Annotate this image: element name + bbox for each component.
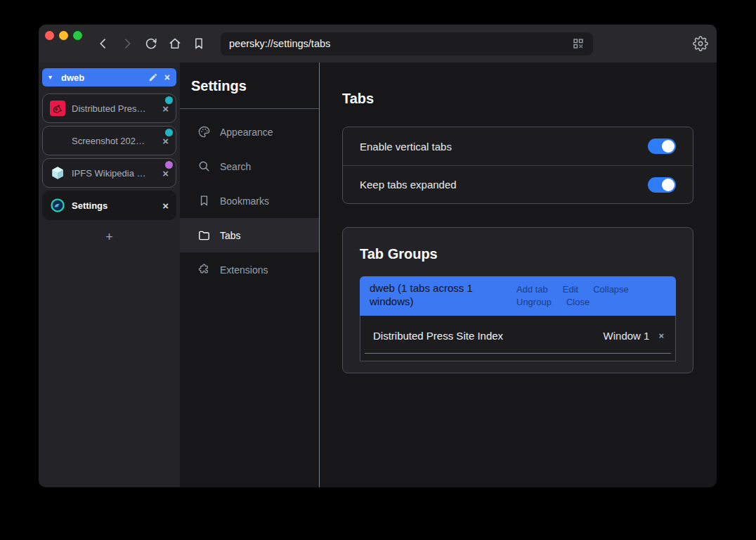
tab-group-name: dweb <box>61 72 148 83</box>
close-tab-button[interactable]: × <box>162 168 169 179</box>
collapse-group-button[interactable]: Collapse <box>593 284 629 295</box>
edit-group-button[interactable]: Edit <box>563 284 578 295</box>
tab-title: Settings <box>72 200 158 211</box>
tab-group-box: dweb (1 tabs across 1 windows) Add tab E… <box>360 276 676 361</box>
setting-row-vertical-tabs: Enable vertical tabs <box>343 127 693 165</box>
nav-item-tabs[interactable]: Tabs <box>180 218 319 252</box>
puzzle-icon <box>197 263 211 276</box>
forward-button[interactable] <box>117 33 138 54</box>
reload-icon <box>144 37 158 51</box>
toolbar: peersky://settings/tabs <box>39 25 717 63</box>
nav-item-label: Extensions <box>220 264 268 276</box>
tab-settings-card: Enable vertical tabs Keep tabs expanded <box>342 127 693 204</box>
close-tab-button[interactable]: × <box>162 136 169 146</box>
close-group-button[interactable]: Close <box>566 297 589 307</box>
bookmark-page-button[interactable] <box>188 33 209 54</box>
attention-dot <box>165 96 173 104</box>
qr-scan-icon <box>572 37 585 50</box>
tab-title: IPFS Wikipedia … <box>72 168 158 179</box>
vertical-tabs-toggle[interactable] <box>648 139 676 154</box>
group-tab-title: Distributed Press Site Index <box>373 330 604 342</box>
toggle-knob <box>662 140 674 153</box>
group-tab-row: Distributed Press Site Index Window 1 × <box>360 316 675 353</box>
search-icon <box>197 160 211 173</box>
tab-group-header-dweb[interactable]: ▾ dweb × <box>42 68 176 86</box>
sidebar-tab-settings[interactable]: Settings × <box>42 191 176 220</box>
ungroup-button[interactable]: Ungroup <box>516 297 552 307</box>
setting-row-keep-expanded: Keep tabs expanded <box>343 165 693 203</box>
settings-nav-panel: Settings Appearance Search Bookmarks Tab… <box>180 63 320 487</box>
folder-icon <box>197 229 211 242</box>
group-tab-window-label: Window 1 <box>604 330 650 342</box>
nav-item-label: Bookmarks <box>220 195 269 207</box>
sidebar-tab-screenshot[interactable]: Screenshot 202… × <box>42 126 176 155</box>
home-icon <box>168 37 182 51</box>
tab-title: Screenshot 202… <box>72 136 158 146</box>
add-tab-button[interactable]: Add tab <box>516 284 548 295</box>
edit-group-button[interactable] <box>148 72 158 82</box>
close-window-button[interactable] <box>45 31 54 40</box>
setting-label: Enable vertical tabs <box>360 141 452 153</box>
close-tab-button[interactable]: × <box>162 103 169 114</box>
minimize-window-button[interactable] <box>59 31 68 40</box>
nav-item-appearance[interactable]: Appearance <box>180 115 319 149</box>
vertical-tabs-sidebar: ▾ dweb × Distributed Pres… × Screenshot … <box>39 63 180 487</box>
sidebar-tab-distributed-press[interactable]: Distributed Pres… × <box>42 94 176 123</box>
settings-nav-title: Settings <box>180 63 319 109</box>
sidebar-tab-ipfs-wikipedia[interactable]: IPFS Wikipedia … × <box>42 158 176 188</box>
ipfs-cube-favicon <box>50 165 65 181</box>
empty-favicon <box>50 133 65 148</box>
nav-item-label: Appearance <box>220 127 273 138</box>
tab-group-box-header: dweb (1 tabs across 1 windows) Add tab E… <box>360 276 676 316</box>
close-group-tab-button[interactable]: × <box>658 330 664 341</box>
palette-icon <box>197 125 211 139</box>
divider <box>365 353 671 354</box>
pencil-icon <box>148 72 158 82</box>
traffic-lights <box>45 31 82 40</box>
nav-item-extensions[interactable]: Extensions <box>180 252 319 287</box>
collapse-caret-icon[interactable]: ▾ <box>48 74 52 81</box>
url-text[interactable]: peersky://settings/tabs <box>229 38 572 49</box>
home-button[interactable] <box>164 33 185 54</box>
keep-expanded-toggle[interactable] <box>648 177 676 193</box>
close-group-button[interactable]: × <box>164 72 170 82</box>
new-tab-button[interactable]: + <box>42 224 176 250</box>
gear-icon <box>693 36 708 51</box>
maximize-window-button[interactable] <box>73 31 82 40</box>
back-button[interactable] <box>93 33 114 54</box>
tab-group-summary: dweb (1 tabs across 1 windows) <box>370 282 507 309</box>
tab-group-box-body: Distributed Press Site Index Window 1 × <box>360 316 676 361</box>
tab-groups-title: Tab Groups <box>360 246 676 262</box>
setting-label: Keep tabs expanded <box>360 179 457 191</box>
distributed-press-favicon <box>50 101 65 116</box>
attention-dot <box>165 129 173 136</box>
close-tab-button[interactable]: × <box>162 200 169 211</box>
tab-groups-card: Tab Groups dweb (1 tabs across 1 windows… <box>342 227 693 373</box>
toggle-knob <box>662 179 674 191</box>
nav-item-label: Tabs <box>220 230 241 241</box>
forward-icon <box>120 37 134 51</box>
page-title: Tabs <box>342 91 717 107</box>
nav-item-bookmarks[interactable]: Bookmarks <box>180 184 319 218</box>
url-bar[interactable]: peersky://settings/tabs <box>221 32 593 56</box>
peersky-favicon <box>50 198 65 213</box>
tab-title: Distributed Pres… <box>72 103 158 114</box>
browser-window: peersky://settings/tabs ▾ dweb <box>39 25 717 487</box>
reload-button[interactable] <box>141 33 162 54</box>
settings-content: Tabs Enable vertical tabs Keep tabs expa… <box>320 63 717 487</box>
qr-scan-button[interactable] <box>572 37 585 50</box>
tab-group-actions: Add tab Edit Collapse Ungroup Close <box>516 282 666 309</box>
bookmark-icon <box>192 37 206 51</box>
bookmark-icon <box>197 194 211 207</box>
settings-button[interactable] <box>693 36 708 51</box>
nav-item-search[interactable]: Search <box>180 149 319 184</box>
attention-dot <box>165 161 173 169</box>
nav-item-label: Search <box>220 161 251 172</box>
back-icon <box>96 37 110 51</box>
